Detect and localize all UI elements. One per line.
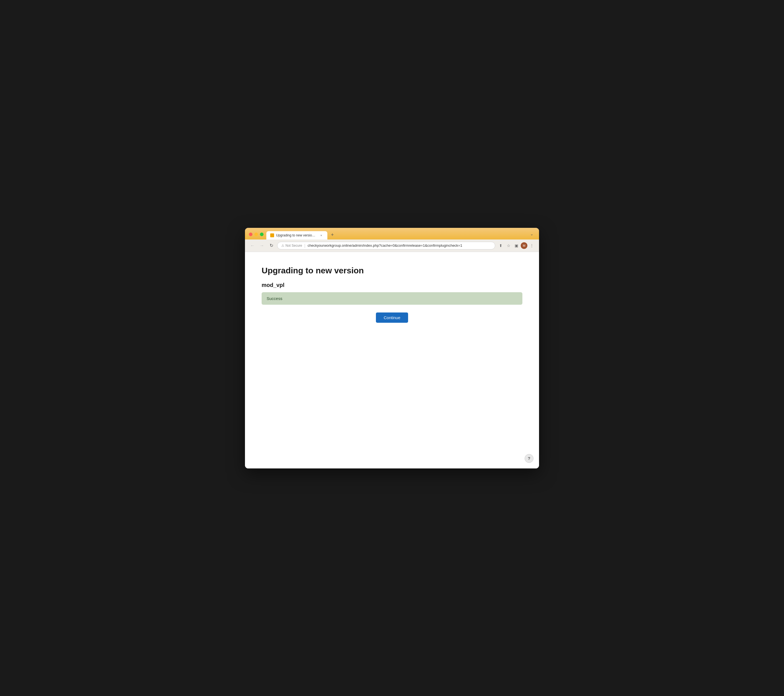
more-options-button[interactable]: ⋮	[529, 242, 535, 249]
module-name: mod_vpl	[262, 282, 522, 288]
page-content: Upgrading to new version mod_vpl Success…	[245, 252, 539, 468]
tab-bar: Upgrading to new version - Mo × + ⌄	[266, 231, 535, 239]
warning-icon: ⚠	[281, 244, 284, 247]
active-tab[interactable]: Upgrading to new version - Mo ×	[266, 231, 327, 239]
success-text: Success	[267, 296, 282, 301]
title-bar: Upgrading to new version - Mo × + ⌄	[245, 228, 539, 239]
address-actions: ⬆ ☆ ▣ M ⋮	[497, 242, 535, 249]
browser-window: Upgrading to new version - Mo × + ⌄ ← → …	[245, 228, 539, 468]
window-controls	[249, 233, 264, 239]
forward-button[interactable]: →	[258, 242, 265, 249]
minimize-button[interactable]	[254, 233, 258, 236]
address-input[interactable]: ⚠ Not Secure | checkyourworkgroup.online…	[277, 242, 495, 249]
back-button[interactable]: ←	[249, 242, 256, 249]
bookmark-button[interactable]: ☆	[505, 242, 512, 249]
address-divider: |	[304, 243, 305, 248]
url-text: checkyourworkgroup.online/admin/index.ph…	[308, 243, 491, 247]
reload-button[interactable]: ↻	[268, 242, 275, 249]
not-secure-indicator: ⚠ Not Secure	[281, 244, 302, 247]
success-message-box: Success	[262, 292, 522, 305]
tab-list-chevron-icon[interactable]: ⌄	[529, 231, 535, 237]
maximize-button[interactable]	[260, 233, 264, 236]
continue-button[interactable]: Continue	[376, 312, 408, 323]
tab-close-button[interactable]: ×	[319, 233, 323, 237]
sidebar-button[interactable]: ▣	[513, 242, 520, 249]
new-tab-button[interactable]: +	[328, 231, 336, 239]
address-bar: ← → ↻ ⚠ Not Secure | checkyourworkgroup.…	[245, 239, 539, 252]
tab-right-controls: ⌄	[529, 231, 535, 237]
tab-title: Upgrading to new version - Mo	[276, 233, 317, 237]
share-button[interactable]: ⬆	[497, 242, 504, 249]
help-button[interactable]: ?	[525, 454, 534, 463]
close-button[interactable]	[249, 233, 252, 236]
profile-avatar[interactable]: M	[521, 242, 527, 249]
tab-favicon-icon	[270, 233, 274, 237]
page-title: Upgrading to new version	[262, 266, 522, 275]
